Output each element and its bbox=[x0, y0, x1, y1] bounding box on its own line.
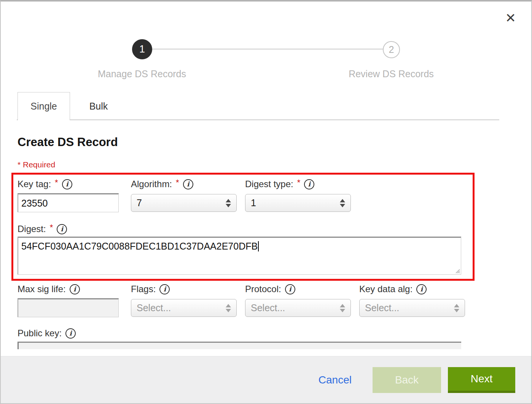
key-data-alg-field-group: Key data alg: i Select... bbox=[359, 283, 465, 317]
back-button[interactable]: Back bbox=[373, 367, 441, 393]
close-icon: ✕ bbox=[505, 11, 516, 25]
algorithm-select-value: 7 bbox=[137, 197, 142, 208]
tab-single[interactable]: Single bbox=[18, 92, 70, 120]
max-sig-life-label-text: Max sig life: bbox=[18, 284, 66, 294]
info-icon[interactable]: i bbox=[70, 284, 80, 294]
info-icon[interactable]: i bbox=[159, 284, 170, 294]
resize-grip-icon[interactable] bbox=[455, 268, 460, 274]
public-key-textarea[interactable] bbox=[18, 342, 461, 349]
digest-value: 54FCF030AA1C79C0088FDEC1BD1C37DAA2E70DFB bbox=[21, 241, 258, 251]
form-row-1: Key tag: * i Algorithm: * i 7 Digest typ… bbox=[18, 178, 359, 212]
digest-type-label: Digest type: * i bbox=[245, 178, 359, 190]
public-key-label: Public key: i bbox=[18, 327, 76, 339]
step-1-label: Manage DS Records bbox=[98, 68, 186, 80]
tab-bar: Single Bulk bbox=[17, 92, 499, 120]
protocol-select-value: Select... bbox=[251, 302, 285, 313]
info-icon[interactable]: i bbox=[285, 284, 295, 294]
stepper-connector-line bbox=[152, 49, 383, 49]
required-asterisk: * bbox=[55, 178, 58, 188]
key-data-alg-label-text: Key data alg: bbox=[359, 284, 413, 294]
info-icon[interactable]: i bbox=[65, 328, 76, 339]
public-key-textarea-clip bbox=[18, 342, 461, 349]
digest-label: Digest: * i bbox=[18, 223, 67, 235]
close-button[interactable]: ✕ bbox=[505, 11, 516, 24]
required-asterisk: * bbox=[50, 223, 53, 232]
info-icon[interactable]: i bbox=[183, 179, 193, 189]
digest-label-text: Digest: bbox=[18, 224, 46, 234]
protocol-field-group: Protocol: i Select... bbox=[245, 283, 359, 317]
digest-type-select[interactable]: 1 bbox=[245, 194, 351, 212]
page-title: Create DS Record bbox=[18, 135, 118, 149]
cancel-button[interactable]: Cancel bbox=[319, 374, 352, 386]
required-note: * Required bbox=[18, 160, 55, 169]
key-tag-input[interactable] bbox=[18, 193, 119, 212]
protocol-select[interactable]: Select... bbox=[245, 299, 351, 317]
protocol-label: Protocol: i bbox=[245, 283, 359, 295]
required-asterisk: * bbox=[176, 178, 179, 188]
algorithm-field-group: Algorithm: * i 7 bbox=[131, 178, 245, 212]
max-sig-life-field-group: Max sig life: i bbox=[18, 283, 131, 317]
key-tag-label: Key tag: * i bbox=[18, 178, 131, 190]
key-data-alg-label: Key data alg: i bbox=[359, 283, 465, 295]
form-row-3: Max sig life: i Flags: i Select... Proto… bbox=[18, 283, 465, 317]
tab-bulk[interactable]: Bulk bbox=[70, 92, 127, 120]
max-sig-life-input[interactable] bbox=[18, 298, 119, 317]
required-asterisk: * bbox=[297, 178, 301, 188]
digest-type-field-group: Digest type: * i 1 bbox=[245, 178, 359, 212]
info-icon[interactable]: i bbox=[304, 179, 314, 189]
algorithm-label-text: Algorithm: bbox=[131, 179, 172, 189]
step-2-label: Review DS Records bbox=[349, 68, 434, 80]
protocol-label-text: Protocol: bbox=[245, 284, 281, 294]
digest-textarea[interactable]: 54FCF030AA1C79C0088FDEC1BD1C37DAA2E70DFB bbox=[18, 237, 461, 275]
digest-type-select-value: 1 bbox=[251, 197, 256, 208]
spinner-arrows-icon bbox=[340, 304, 345, 312]
info-icon[interactable]: i bbox=[416, 284, 427, 294]
key-data-alg-select-value: Select... bbox=[365, 302, 399, 313]
info-icon[interactable]: i bbox=[57, 224, 67, 234]
modal-footer: Cancel Back Next bbox=[1, 356, 531, 403]
text-cursor bbox=[258, 241, 259, 251]
flags-select[interactable]: Select... bbox=[131, 299, 237, 317]
algorithm-select[interactable]: 7 bbox=[131, 194, 237, 212]
info-icon[interactable]: i bbox=[62, 179, 72, 189]
public-key-label-text: Public key: bbox=[18, 328, 62, 339]
flags-select-value: Select... bbox=[137, 302, 171, 313]
create-ds-record-modal: ✕ 1 2 Manage DS Records Review DS Record… bbox=[0, 0, 532, 404]
digest-type-label-text: Digest type: bbox=[245, 179, 293, 189]
key-data-alg-select[interactable]: Select... bbox=[359, 299, 465, 317]
next-button[interactable]: Next bbox=[448, 367, 515, 393]
max-sig-life-label: Max sig life: i bbox=[18, 283, 131, 295]
flags-field-group: Flags: i Select... bbox=[131, 283, 245, 317]
spinner-arrows-icon bbox=[226, 199, 231, 207]
algorithm-label: Algorithm: * i bbox=[131, 178, 245, 190]
key-tag-field-group: Key tag: * i bbox=[18, 178, 131, 212]
key-tag-label-text: Key tag: bbox=[18, 179, 51, 189]
step-2-circle: 2 bbox=[383, 41, 400, 58]
step-1-circle: 1 bbox=[132, 39, 152, 59]
spinner-arrows-icon bbox=[226, 304, 231, 312]
flags-label-text: Flags: bbox=[131, 284, 156, 294]
spinner-arrows-icon bbox=[340, 199, 345, 207]
spinner-arrows-icon bbox=[454, 304, 459, 312]
flags-label: Flags: i bbox=[131, 283, 245, 295]
